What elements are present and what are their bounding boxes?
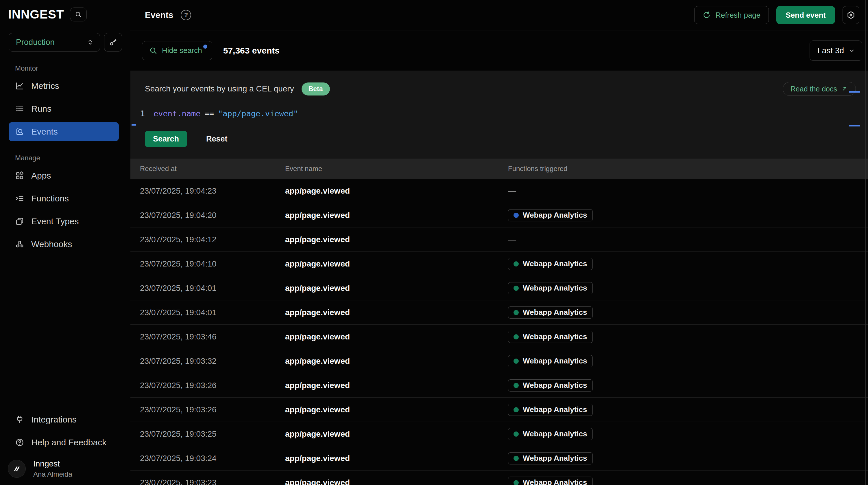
time-range-select[interactable]: Last 3d	[810, 40, 862, 61]
event-keys-button[interactable]	[104, 33, 122, 52]
function-badge[interactable]: Webapp Analytics	[508, 477, 593, 485]
functions-triggered-cell: Webapp Analytics	[508, 379, 868, 392]
sidebar-item-label: Event Types	[31, 217, 79, 226]
function-badge[interactable]: Webapp Analytics	[508, 428, 593, 440]
event-name-cell: app/page.viewed	[285, 332, 508, 341]
sidebar-item-integrations[interactable]: Integrations	[9, 410, 119, 429]
env-settings-button[interactable]	[842, 6, 859, 24]
table-row[interactable]: 23/07/2025, 19:04:23 app/page.viewed —	[130, 179, 868, 203]
environment-row: Production	[9, 33, 130, 52]
beta-badge: Beta	[302, 83, 330, 95]
search-icon	[75, 11, 82, 18]
send-event-button[interactable]: Send event	[776, 6, 835, 24]
table-row[interactable]: 23/07/2025, 19:03:26 app/page.viewed Web…	[130, 373, 868, 398]
received-at-cell: 23/07/2025, 19:03:26	[140, 405, 285, 415]
function-badge[interactable]: Webapp Analytics	[508, 355, 593, 367]
column-received-at: Received at	[140, 165, 285, 173]
cel-query-editor[interactable]: 1 event.name == "app/page.viewed"	[130, 109, 868, 118]
sidebar-item-event-types[interactable]: Event Types	[9, 212, 119, 231]
table-row[interactable]: 23/07/2025, 19:04:20 app/page.viewed Web…	[130, 203, 868, 227]
user-name: Ana Almeida	[33, 470, 72, 478]
sidebar-item-help-feedback[interactable]: Help and Feedback	[9, 433, 119, 452]
function-badge[interactable]: Webapp Analytics	[508, 209, 593, 221]
table-row[interactable]: 23/07/2025, 19:04:12 app/page.viewed —	[130, 227, 868, 252]
sidebar-item-webhooks[interactable]: Webhooks	[9, 235, 119, 254]
chevron-down-icon	[848, 47, 856, 54]
function-badge[interactable]: Webapp Analytics	[508, 331, 593, 343]
section-label-monitor: Monitor	[15, 64, 130, 72]
column-event-name: Event name	[285, 165, 508, 173]
events-table-body: 23/07/2025, 19:04:23 app/page.viewed — 2…	[130, 179, 868, 485]
sidebar-item-label: Metrics	[31, 81, 59, 91]
table-row[interactable]: 23/07/2025, 19:03:46 app/page.viewed Web…	[130, 325, 868, 349]
sidebar-item-label: Webhooks	[31, 239, 72, 249]
table-row[interactable]: 23/07/2025, 19:03:24 app/page.viewed Web…	[130, 446, 868, 470]
search-button[interactable]: Search	[145, 131, 187, 147]
table-row[interactable]: 23/07/2025, 19:03:23 app/page.viewed Web…	[130, 470, 868, 485]
functions-triggered-cell: Webapp Analytics	[508, 355, 868, 367]
page-header: Events ? Refresh page Send event	[130, 0, 868, 30]
refresh-page-button[interactable]: Refresh page	[694, 6, 769, 24]
event-name-cell: app/page.viewed	[285, 308, 508, 317]
function-status-dot-icon	[514, 431, 519, 437]
function-name: Webapp Analytics	[523, 381, 587, 390]
function-badge[interactable]: Webapp Analytics	[508, 379, 593, 392]
received-at-cell: 23/07/2025, 19:03:24	[140, 454, 285, 463]
environment-select[interactable]: Production	[9, 33, 100, 52]
sidebar-item-label: Apps	[31, 171, 51, 180]
function-status-dot-icon	[514, 407, 519, 412]
cel-search-panel: Search your events by using a CEL query …	[130, 71, 868, 159]
sidebar-item-metrics[interactable]: Metrics	[9, 77, 119, 95]
received-at-cell: 23/07/2025, 19:04:23	[140, 187, 285, 196]
global-search-button[interactable]	[70, 7, 87, 21]
cel-panel-title: Search your events by using a CEL query	[145, 84, 294, 93]
function-status-dot-icon	[514, 480, 519, 485]
main-content: Events ? Refresh page Send event	[130, 0, 868, 485]
function-badge[interactable]: Webapp Analytics	[508, 307, 593, 319]
table-row[interactable]: 23/07/2025, 19:03:25 app/page.viewed Web…	[130, 422, 868, 446]
chevron-up-down-icon	[87, 38, 94, 46]
function-name: Webapp Analytics	[523, 259, 587, 268]
function-name: Webapp Analytics	[523, 211, 587, 220]
functions-triggered-cell: —	[508, 235, 868, 244]
avatar-logo-icon	[12, 464, 22, 474]
sidebar-item-apps[interactable]: Apps	[9, 166, 119, 185]
table-row[interactable]: 23/07/2025, 19:04:01 app/page.viewed Web…	[130, 301, 868, 325]
event-search-icon	[15, 127, 24, 136]
event-name-cell: app/page.viewed	[285, 381, 508, 390]
runs-list-icon	[15, 104, 24, 113]
reset-button[interactable]: Reset	[206, 135, 227, 144]
received-at-cell: 23/07/2025, 19:03:25	[140, 429, 285, 439]
right-gutter-divider	[865, 0, 866, 485]
sidebar-footer: Integrations Help and Feedback	[0, 410, 130, 452]
function-badge[interactable]: Webapp Analytics	[508, 452, 593, 464]
functions-triggered-cell: Webapp Analytics	[508, 477, 868, 485]
table-row[interactable]: 23/07/2025, 19:03:32 app/page.viewed Web…	[130, 349, 868, 373]
help-icon	[15, 438, 24, 447]
function-badge[interactable]: Webapp Analytics	[508, 258, 593, 270]
table-row[interactable]: 23/07/2025, 19:04:01 app/page.viewed Web…	[130, 276, 868, 301]
function-badge[interactable]: Webapp Analytics	[508, 282, 593, 294]
notification-dot	[203, 45, 207, 49]
line-number: 1	[130, 109, 154, 118]
event-name-cell: app/page.viewed	[285, 454, 508, 463]
table-row[interactable]: 23/07/2025, 19:03:26 app/page.viewed Web…	[130, 398, 868, 422]
query-rhs: "app/page.viewed"	[218, 109, 298, 118]
function-badge[interactable]: Webapp Analytics	[508, 404, 593, 416]
received-at-cell: 23/07/2025, 19:04:20	[140, 211, 285, 220]
event-name-cell: app/page.viewed	[285, 187, 508, 196]
inngest-logo: INNGEST	[8, 7, 64, 21]
sidebar-item-runs[interactable]: Runs	[9, 99, 119, 118]
read-the-docs-button[interactable]: Read the docs	[783, 82, 856, 96]
table-row[interactable]: 23/07/2025, 19:04:10 app/page.viewed Web…	[130, 252, 868, 276]
received-at-cell: 23/07/2025, 19:03:46	[140, 332, 285, 341]
sidebar-item-events[interactable]: Events	[9, 122, 119, 141]
column-functions-triggered: Functions triggered	[508, 165, 868, 173]
hide-search-button[interactable]: Hide search	[142, 41, 212, 60]
gear-icon	[847, 11, 855, 19]
events-help-button[interactable]: ?	[181, 10, 191, 20]
user-menu[interactable]: Inngest Ana Almeida	[0, 452, 130, 485]
hide-search-label: Hide search	[162, 46, 202, 55]
sidebar-item-functions[interactable]: Functions	[9, 189, 119, 208]
section-label-manage: Manage	[15, 154, 130, 162]
